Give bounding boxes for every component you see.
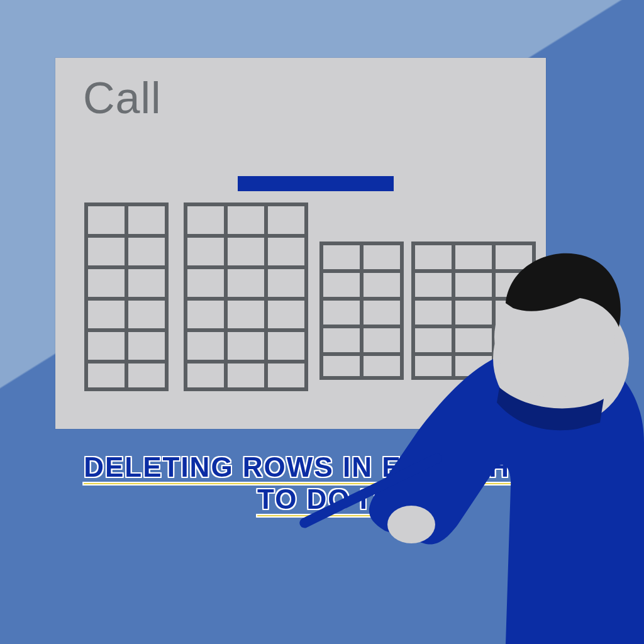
hand	[387, 506, 435, 543]
person-illustration	[304, 191, 644, 644]
highlight-bar	[238, 176, 394, 191]
panel-title: Call	[83, 73, 162, 123]
